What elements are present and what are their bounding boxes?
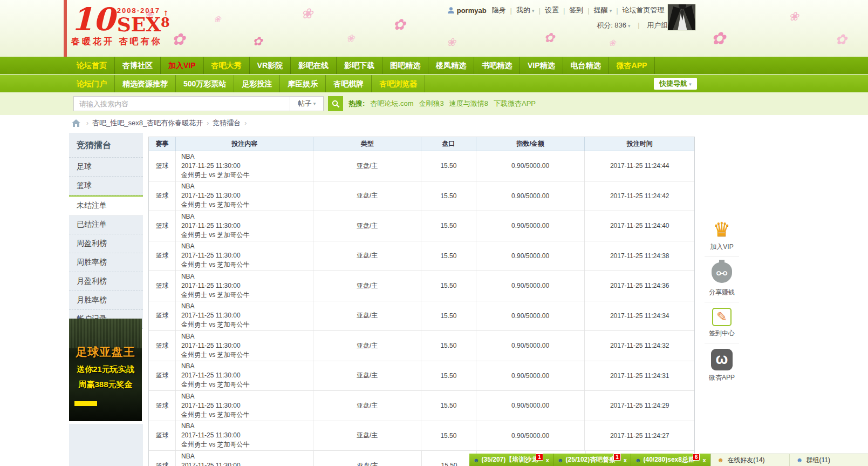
main-nav-item[interactable]: 论坛首页 xyxy=(69,57,115,74)
bet-teams: 金州勇士 vs 芝加哥公牛 xyxy=(181,200,250,210)
hot-search-link[interactable]: 金刚狼3 xyxy=(419,99,444,109)
main-nav-item[interactable]: 影吧在线 xyxy=(291,57,337,74)
sidebar-item[interactable]: 周胜率榜 xyxy=(69,253,143,272)
cell-bet-content: NBA 2017-11-25 11:30:00 金州勇士 vs 芝加哥公牛 xyxy=(176,301,314,331)
main-nav-item[interactable]: 图吧精选 xyxy=(382,57,428,74)
chat-tab[interactable]: (25/102)杏吧督察 1 x xyxy=(553,454,631,466)
sidebar-item[interactable]: 未结注单 xyxy=(69,195,143,215)
sub-nav-item[interactable]: 论坛门户 xyxy=(69,75,115,92)
user-menu-item[interactable]: 论坛首页管理 xyxy=(621,5,666,15)
search-button[interactable] xyxy=(328,96,343,111)
cell-handicap: 15.50 xyxy=(421,391,476,421)
main-nav-item[interactable]: 微杏APP xyxy=(609,57,655,74)
breadcrumb-link[interactable]: 杏吧_性吧_sex8_杏吧有你春暖花开 xyxy=(92,118,203,128)
user-avatar[interactable] xyxy=(667,4,696,31)
side-panel-item[interactable]: 签到中心 xyxy=(705,302,739,343)
sidebar-item[interactable]: 足球 xyxy=(69,158,143,177)
sidebar-item[interactable]: 篮球 xyxy=(69,177,143,195)
search-type-select[interactable]: 帖子 xyxy=(290,97,323,111)
bet-match-time: 2017-11-25 11:30:00 xyxy=(181,161,241,171)
cell-handicap: 15.50 xyxy=(422,451,477,466)
breadcrumb-link[interactable]: 竞猜擂台 xyxy=(213,118,241,128)
football-ad-banner[interactable]: 足球亚盘王 送你21元玩实战 周赢388元奖金 xyxy=(69,319,142,421)
main-nav-item[interactable]: VIP精选 xyxy=(520,57,563,74)
user-menu-item[interactable]: 我的 xyxy=(515,5,536,15)
bet-league: NBA xyxy=(181,302,195,311)
online-friends-button[interactable]: 在线好友(14) xyxy=(710,454,789,466)
sidebar-item[interactable]: 月胜率榜 xyxy=(69,291,143,310)
quick-nav-button[interactable]: 快捷导航 xyxy=(654,78,697,90)
main-nav-item[interactable]: 杏吧大秀 xyxy=(204,57,250,74)
sidebar-item[interactable]: 已结注单 xyxy=(69,215,143,234)
hot-search-link[interactable]: 下载微杏APP xyxy=(494,99,536,109)
site-logo[interactable]: 10 2008-2017 SEX 8 春暖花开 杏吧有你 xyxy=(71,3,170,48)
main-nav-item[interactable]: 楼凤精选 xyxy=(428,57,474,74)
user-menu-item[interactable]: 签到 xyxy=(568,5,584,15)
flower-decoration: ❀ xyxy=(609,39,616,48)
side-panel-item[interactable]: 加入VIP xyxy=(705,214,739,257)
user-menu-item[interactable]: 隐身 xyxy=(491,5,507,15)
cell-handicap: 15.50 xyxy=(421,211,476,241)
cell-type: 亚盘/主 xyxy=(314,451,422,466)
search-input[interactable] xyxy=(74,97,290,111)
close-icon[interactable]: x xyxy=(624,457,627,463)
groups-button[interactable]: 群组(11) xyxy=(789,454,868,466)
sub-nav-item[interactable]: 足彩投注 xyxy=(234,75,280,92)
table-row: 篮球 NBA 2017-11-25 11:30:00 金州勇士 vs 芝加哥公牛… xyxy=(149,301,694,332)
home-icon[interactable] xyxy=(72,119,80,127)
groups-label: 群组(11) xyxy=(806,456,830,465)
main-nav-item[interactable]: 加入VIP xyxy=(161,57,204,74)
cell-bet-time: 2017-11-25 11:24:36 xyxy=(585,271,694,301)
cell-bet-time: 2017-11-25 11:24:29 xyxy=(585,391,694,421)
side-panel-item[interactable]: 分享赚钱 xyxy=(705,257,739,302)
floating-side-panel: 加入VIP 分享赚钱 签到中心 微杏APP xyxy=(705,214,739,387)
hot-search-link[interactable]: 速度与激情8 xyxy=(449,99,488,109)
cell-sport: 篮球 xyxy=(149,181,176,211)
menu-separator: | xyxy=(536,6,544,15)
close-icon[interactable]: x xyxy=(702,457,706,463)
bet-teams: 金州勇士 vs 芝加哥公牛 xyxy=(181,291,250,300)
cell-sport: 篮球 xyxy=(149,151,176,181)
table-row: 篮球 NBA 2017-11-25 11:30:00 金州勇士 vs 芝加哥公牛… xyxy=(149,181,694,212)
cell-odds-amount: 0.90/5000.00 xyxy=(476,301,585,331)
menu-separator: | xyxy=(632,21,645,29)
user-menu-item[interactable]: 设置 xyxy=(544,5,560,15)
username[interactable]: pormyab xyxy=(457,6,487,15)
sub-nav-item[interactable]: 杏吧浏览器 xyxy=(372,75,425,92)
sidebar-item[interactable]: 周盈利榜 xyxy=(69,234,143,253)
side-panel-icon xyxy=(713,219,730,240)
flower-decoration: ❀ xyxy=(346,33,354,43)
main-nav-item[interactable]: 影吧下载 xyxy=(337,57,382,74)
sub-nav-item[interactable]: 精选资源推荐 xyxy=(115,75,176,92)
chat-tab[interactable]: (40/280)sex8总群 6 x xyxy=(631,454,710,466)
cell-type: 亚盘/主 xyxy=(313,271,421,301)
cell-bet-time: 2017-11-25 11:24:34 xyxy=(585,301,694,331)
cell-handicap: 15.50 xyxy=(421,361,476,391)
sidebar-item[interactable]: 月盈利榜 xyxy=(69,272,143,291)
chat-tab[interactable]: (35/207)【培训沙龙 1 x xyxy=(469,454,553,466)
hot-search-link[interactable]: 杏吧论坛.com xyxy=(370,99,413,109)
close-icon[interactable]: x xyxy=(546,457,549,463)
score-dropdown[interactable]: 积分: 836 xyxy=(597,21,630,29)
sub-nav-item[interactable]: 500万彩票站 xyxy=(176,75,234,92)
menu-separator: | xyxy=(584,6,592,15)
sub-nav-item[interactable]: 杏吧棋牌 xyxy=(326,75,372,92)
main-nav-item[interactable]: 电台精选 xyxy=(563,57,609,74)
bet-league: NBA xyxy=(181,272,195,281)
bet-league: NBA xyxy=(181,212,195,221)
cell-sport: 篮球 xyxy=(149,211,176,241)
main-nav-item[interactable]: 杏博社区 xyxy=(115,57,161,74)
table-row: 篮球 NBA 2017-11-25 11:30:00 金州勇士 vs 芝加哥公牛… xyxy=(149,211,694,241)
taskbar-right: 在线好友(14) 群组(11) xyxy=(710,454,868,466)
cell-bet-time: 2017-11-25 11:24:44 xyxy=(585,151,694,181)
cell-type: 亚盘/主 xyxy=(313,421,421,451)
breadcrumb-separator: › xyxy=(241,119,250,127)
side-panel-item[interactable]: 微杏APP xyxy=(705,343,739,387)
main-nav-item[interactable]: 书吧精选 xyxy=(474,57,520,74)
user-menu-item[interactable]: 提醒 xyxy=(593,5,613,15)
main-nav-item[interactable]: VR影院 xyxy=(250,57,291,74)
table-header-cell: 投注内容 xyxy=(176,137,314,151)
bet-teams: 金州勇士 vs 芝加哥公牛 xyxy=(181,320,250,329)
flower-decoration: ❀ xyxy=(301,6,313,21)
sub-nav-item[interactable]: 摩臣娱乐 xyxy=(280,75,326,92)
